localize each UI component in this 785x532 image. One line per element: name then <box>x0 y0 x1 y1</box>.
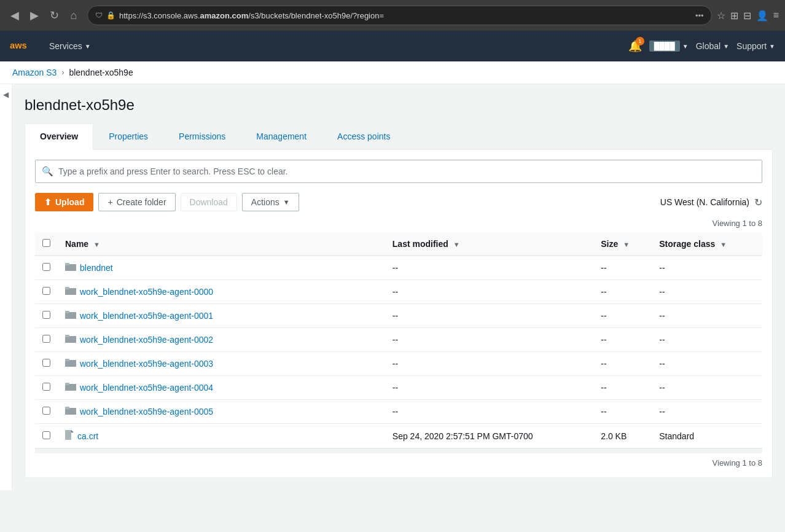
table-row: work_blendnet-xo5h9e-agent-0005------ <box>35 400 762 424</box>
browser-forward-button[interactable]: ▶ <box>26 7 43 24</box>
aws-user-menu[interactable]: ████ ▼ <box>649 41 689 52</box>
row-size: 2.0 KB <box>593 424 652 448</box>
viewing-count-top: Viewing 1 to 8 <box>35 219 762 228</box>
file-name-link[interactable]: ca.crt <box>77 431 98 441</box>
file-icon <box>65 430 74 442</box>
files-table-body: blendnet------ work_blendnet-xo5h9e-agen… <box>35 256 762 448</box>
aws-logo[interactable]: aws <box>10 37 34 55</box>
tab-permissions[interactable]: Permissions <box>163 123 241 149</box>
row-last-modified: -- <box>385 256 593 280</box>
file-name-link[interactable]: blendnet <box>80 263 113 273</box>
file-name-link[interactable]: work_blendnet-xo5h9e-agent-0000 <box>80 287 213 297</box>
tab-access-points[interactable]: Access points <box>322 123 405 149</box>
aws-nav-right: 🔔 1 ████ ▼ Global ▼ Support ▼ <box>628 39 775 53</box>
row-checkbox[interactable] <box>42 431 50 439</box>
row-checkbox-cell <box>35 304 58 328</box>
download-button[interactable]: Download <box>181 193 237 211</box>
row-checkbox[interactable] <box>42 263 50 271</box>
search-input[interactable] <box>58 166 756 176</box>
region-info: US West (N. California) ↻ <box>660 197 762 208</box>
row-name-cell: work_blendnet-xo5h9e-agent-0001 <box>58 304 385 328</box>
table-row: work_blendnet-xo5h9e-agent-0004------ <box>35 376 762 400</box>
browser-home-button[interactable]: ⌂ <box>65 7 82 24</box>
files-table: Name ▼ Last modified ▼ Size ▼ Storage <box>35 233 762 448</box>
search-icon: 🔍 <box>42 166 53 177</box>
row-name-cell: work_blendnet-xo5h9e-agent-0005 <box>58 400 385 424</box>
row-checkbox[interactable] <box>42 335 50 343</box>
create-folder-icon: + <box>107 197 112 207</box>
browser-more-icon[interactable]: ••• <box>695 11 704 20</box>
tab-management[interactable]: Management <box>241 123 322 149</box>
folder-icon <box>65 262 76 273</box>
file-name-link[interactable]: work_blendnet-xo5h9e-agent-0002 <box>80 335 213 345</box>
col-storage-class-label: Storage class <box>659 239 715 249</box>
sidebar-toggle-button[interactable]: ◀ <box>0 84 12 490</box>
browser-grid-icon[interactable]: ⊟ <box>743 10 751 22</box>
browser-star-icon[interactable]: ☆ <box>717 10 725 22</box>
row-checkbox[interactable] <box>42 311 50 319</box>
browser-reload-button[interactable]: ↻ <box>45 7 63 24</box>
name-sort-icon: ▼ <box>93 241 100 248</box>
breadcrumb-current-bucket: blendnet-xo5h9e <box>69 68 133 77</box>
table-row: work_blendnet-xo5h9e-agent-0003------ <box>35 352 762 376</box>
aws-notifications-button[interactable]: 🔔 1 <box>628 39 642 53</box>
search-bar[interactable]: 🔍 <box>35 160 762 183</box>
table-header-storage-class[interactable]: Storage class ▼ <box>652 233 762 256</box>
file-name-link[interactable]: work_blendnet-xo5h9e-agent-0003 <box>80 359 213 369</box>
refresh-button[interactable]: ↻ <box>754 197 762 208</box>
browser-address-bar[interactable]: 🛡 🔒 https://s3.console.aws.amazon.com/s3… <box>87 6 712 25</box>
row-name-cell: ca.crt <box>58 424 385 448</box>
svg-marker-30 <box>71 430 74 432</box>
breadcrumb-amazon-s3-link[interactable]: Amazon S3 <box>12 68 57 77</box>
row-checkbox-cell <box>35 256 58 280</box>
actions-button[interactable]: Actions ▼ <box>242 193 299 211</box>
browser-right-icons: ☆ ⊞ ⊟ 👤 ≡ <box>717 10 779 22</box>
table-header-name[interactable]: Name ▼ <box>58 233 385 256</box>
row-name-cell: work_blendnet-xo5h9e-agent-0002 <box>58 328 385 352</box>
browser-extensions-icon[interactable]: ⊞ <box>730 10 738 22</box>
row-checkbox[interactable] <box>42 383 50 391</box>
select-all-checkbox[interactable] <box>42 239 50 247</box>
row-last-modified: -- <box>385 280 593 304</box>
table-header-size[interactable]: Size ▼ <box>593 233 652 256</box>
aws-region-menu[interactable]: Global ▼ <box>696 41 729 51</box>
svg-rect-24 <box>65 384 76 391</box>
row-size: -- <box>593 376 652 400</box>
browser-back-button[interactable]: ◀ <box>6 7 23 24</box>
aws-services-button[interactable]: Services ▼ <box>44 37 96 55</box>
row-last-modified: -- <box>385 352 593 376</box>
create-folder-label: Create folder <box>117 197 166 207</box>
row-checkbox[interactable] <box>42 407 50 415</box>
row-name-cell: work_blendnet-xo5h9e-agent-0004 <box>58 376 385 400</box>
row-size: -- <box>593 280 652 304</box>
breadcrumb: Amazon S3 › blendnet-xo5h9e <box>0 61 785 84</box>
table-row: ca.crtSep 24, 2020 2:57:51 PM GMT-07002.… <box>35 424 762 448</box>
create-folder-button[interactable]: + Create folder <box>98 193 175 211</box>
aws-top-nav: aws Services ▼ 🔔 1 ████ ▼ Global ▼ Suppo… <box>0 31 785 61</box>
col-name-label: Name <box>65 239 88 249</box>
browser-profile-icon[interactable]: 👤 <box>756 10 768 22</box>
file-name-link[interactable]: work_blendnet-xo5h9e-agent-0005 <box>80 407 213 417</box>
svg-rect-4 <box>65 264 76 271</box>
row-checkbox[interactable] <box>42 287 50 295</box>
tab-properties[interactable]: Properties <box>93 123 163 149</box>
browser-menu-icon[interactable]: ≡ <box>773 10 779 21</box>
table-header-last-modified[interactable]: Last modified ▼ <box>385 233 593 256</box>
upload-button[interactable]: ⬆ Upload <box>35 193 93 211</box>
row-last-modified: -- <box>385 400 593 424</box>
horizontal-scrollbar[interactable] <box>35 448 762 453</box>
folder-icon <box>65 286 76 297</box>
row-checkbox[interactable] <box>42 359 50 367</box>
table-row: work_blendnet-xo5h9e-agent-0001------ <box>35 304 762 328</box>
table-header-select-all[interactable] <box>35 233 58 256</box>
row-checkbox-cell <box>35 400 58 424</box>
folder-icon <box>65 382 76 393</box>
aws-support-menu[interactable]: Support ▼ <box>736 41 775 51</box>
file-name-link[interactable]: work_blendnet-xo5h9e-agent-0001 <box>80 311 213 321</box>
browser-nav-buttons: ◀ ▶ ↻ ⌂ <box>6 7 82 24</box>
actions-label: Actions <box>251 197 279 207</box>
row-checkbox-cell <box>35 352 58 376</box>
svg-rect-16 <box>65 336 76 343</box>
tab-overview[interactable]: Overview <box>25 123 93 150</box>
file-name-link[interactable]: work_blendnet-xo5h9e-agent-0004 <box>80 383 213 393</box>
